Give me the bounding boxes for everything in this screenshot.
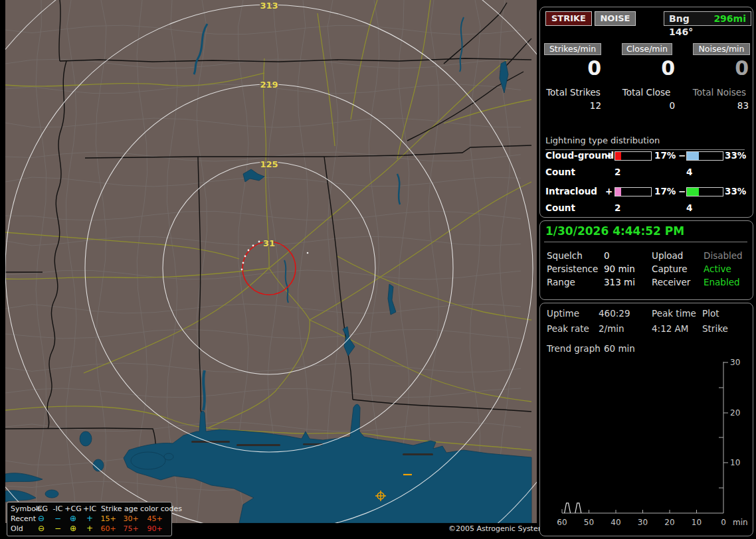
legend-recent-label: Recent bbox=[11, 514, 36, 523]
cg-neg-recent-icon: ⊖ bbox=[38, 514, 45, 523]
noises-per-min-button[interactable]: Noises/min bbox=[693, 43, 750, 55]
receiver-label: Receiver bbox=[652, 277, 690, 287]
cg-pos-old-icon: ⊕ bbox=[70, 524, 76, 533]
svg-text:40: 40 bbox=[611, 518, 620, 527]
counters-panel: STRIKE NOISE Bng 146° 296mi Strikes/min … bbox=[539, 7, 753, 218]
ic-plus-bar bbox=[614, 187, 652, 196]
strikes-per-min-value: 0 bbox=[544, 56, 601, 80]
persistence-label: Persistence bbox=[547, 264, 598, 274]
cg-neg-old-icon: ⊖ bbox=[38, 524, 45, 533]
legend-age-title: Strike age color codes bbox=[101, 504, 182, 513]
range-value: 313 mi bbox=[604, 277, 635, 287]
capture-label: Capture bbox=[652, 264, 688, 274]
peak-rate-label: Peak rate bbox=[547, 323, 589, 334]
ic-minus-pct: 33% bbox=[725, 186, 746, 196]
legend-old-label: Old bbox=[11, 524, 23, 533]
legend-col-cg-pos: +CG bbox=[64, 504, 81, 513]
svg-text:0: 0 bbox=[721, 518, 726, 527]
map-canvas: 313 219 125 31 bbox=[5, 0, 537, 523]
strike-trend-chart: 30 20 10 60 50 40 30 20 10 0 min bbox=[540, 356, 753, 533]
ring-label-125: 125 bbox=[260, 159, 278, 169]
strikes-per-min-button[interactable]: Strikes/min bbox=[544, 43, 601, 55]
capture-status: Active bbox=[704, 264, 731, 274]
legend-col-ic-pos: +IC bbox=[83, 504, 96, 513]
trend-x-unit: min bbox=[733, 518, 748, 527]
cloud-ground-label: Cloud-ground bbox=[545, 150, 614, 161]
svg-text:20: 20 bbox=[730, 408, 740, 418]
peak-time-value: 4:12 AM bbox=[652, 323, 689, 334]
total-noises-value: 83 bbox=[692, 100, 749, 111]
range-label: Range bbox=[547, 277, 575, 287]
ic-minus-sign: − bbox=[678, 186, 686, 196]
receiver-status: Enabled bbox=[704, 277, 740, 287]
datetime-display: 1/30/2026 4:44:52 PM bbox=[545, 224, 684, 238]
total-strikes-value: 12 bbox=[544, 100, 601, 111]
legend-col-ic-neg: -IC bbox=[53, 504, 63, 513]
upload-label: Upload bbox=[652, 250, 683, 261]
svg-text:60: 60 bbox=[557, 518, 567, 527]
trend-axes bbox=[562, 362, 728, 513]
cg-minus-sign: − bbox=[678, 150, 686, 161]
ic-neg-recent-icon: − bbox=[54, 514, 61, 523]
legend-age-30: 30+ bbox=[123, 514, 138, 523]
ic-minus-count: 4 bbox=[686, 202, 692, 213]
trend-series-strike bbox=[565, 503, 581, 513]
cg-minus-count: 4 bbox=[686, 167, 692, 177]
total-noises-label: Total Noises bbox=[688, 87, 751, 98]
ring-label-31: 31 bbox=[263, 238, 275, 248]
total-close-label: Total Close bbox=[614, 87, 678, 98]
peak-time-label: Peak time bbox=[652, 308, 696, 319]
map-legend: Symbols -CG -IC +CG +IC Strike age color… bbox=[7, 502, 172, 536]
uptime-value: 460:29 bbox=[599, 308, 630, 319]
total-close-value: 0 bbox=[618, 100, 675, 111]
cg-plus-sign: + bbox=[605, 150, 613, 161]
cg-minus-bar bbox=[686, 151, 723, 161]
strike-mode-button[interactable]: STRIKE bbox=[545, 11, 592, 26]
ic-minus-bar bbox=[686, 187, 723, 196]
intracloud-label: Intracloud bbox=[545, 186, 597, 196]
legend-age-45: 45+ bbox=[147, 514, 162, 523]
squelch-value: 0 bbox=[604, 250, 610, 261]
svg-text:30: 30 bbox=[730, 358, 740, 367]
nexstorm-window: 313 219 125 31 Symbols -CG bbox=[0, 0, 756, 539]
close-per-min-value: 0 bbox=[618, 56, 675, 80]
upload-status: Disabled bbox=[704, 250, 743, 261]
close-per-min-button[interactable]: Close/min bbox=[622, 43, 672, 55]
lightning-map[interactable]: 313 219 125 31 Symbols -CG bbox=[5, 0, 537, 539]
trend-panel: Uptime 460:29 Peak time Plot Peak rate 2… bbox=[539, 303, 753, 536]
legend-age-75: 75+ bbox=[123, 524, 138, 533]
legend-col-cg-neg: -CG bbox=[35, 504, 48, 513]
total-strikes-label: Total Strikes bbox=[541, 87, 605, 98]
squelch-label: Squelch bbox=[547, 250, 583, 261]
svg-text:30: 30 bbox=[638, 518, 648, 527]
cg-minus-pct: 33% bbox=[725, 150, 746, 161]
trend-graph-value: 60 min bbox=[604, 343, 635, 354]
plot-mode-value: Strike bbox=[702, 323, 728, 334]
bearing-display: Bng 146° 296mi bbox=[664, 11, 751, 26]
ic-pos-recent-icon: + bbox=[86, 514, 93, 523]
ic-pos-old-icon: + bbox=[86, 524, 93, 533]
persistence-value: 90 min bbox=[604, 264, 635, 274]
legend-age-15: 15+ bbox=[100, 514, 116, 523]
legend-age-60: 60+ bbox=[100, 524, 116, 533]
ic-neg-old-icon: − bbox=[54, 524, 61, 533]
legend-age-90: 90+ bbox=[147, 524, 162, 533]
plot-label: Plot bbox=[702, 308, 719, 319]
noise-mode-button[interactable]: NOISE bbox=[595, 11, 636, 26]
ring-label-219: 219 bbox=[260, 80, 278, 90]
cg-plus-count: 2 bbox=[614, 167, 620, 177]
svg-text:10: 10 bbox=[730, 458, 740, 467]
ic-plus-count: 2 bbox=[614, 202, 620, 213]
bearing-label: Bng 146° bbox=[669, 12, 713, 25]
cg-count-label: Count bbox=[545, 167, 575, 177]
status-panel: 1/30/2026 4:44:52 PM Squelch 0 Persisten… bbox=[539, 220, 753, 300]
svg-text:50: 50 bbox=[584, 518, 594, 527]
cg-pos-recent-icon: ⊕ bbox=[70, 514, 76, 523]
ic-plus-sign: + bbox=[605, 186, 613, 196]
uptime-label: Uptime bbox=[547, 308, 579, 319]
copyright-text: ©2005 Astrogenic Systems bbox=[448, 524, 549, 533]
svg-text:10: 10 bbox=[692, 518, 702, 527]
peak-rate-value: 2/min bbox=[599, 323, 624, 334]
trend-tick-labels: 30 20 10 60 50 40 30 20 10 0 min bbox=[557, 358, 747, 527]
cg-plus-pct: 17% bbox=[654, 150, 676, 161]
